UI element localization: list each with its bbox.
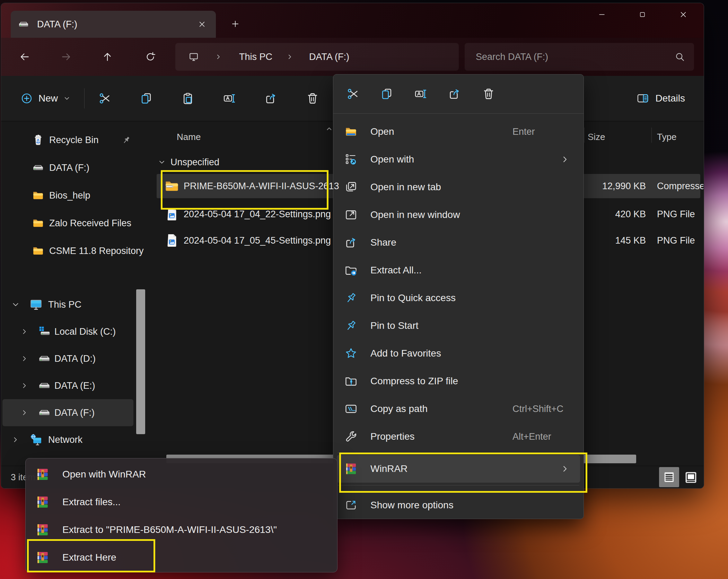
sidebar-scrollbar[interactable] (136, 289, 145, 434)
details-button-label: Details (655, 93, 685, 104)
group-label: Unspecified (170, 157, 219, 168)
rename-button[interactable] (409, 81, 432, 107)
drive-icon (38, 406, 51, 419)
file-name: 2024-05-04 17_05_45-Settings.png (184, 228, 331, 253)
new-tab-button[interactable] (226, 14, 245, 34)
sidebar-tree-local-disk-c-[interactable]: Local Disk (C:) (1, 318, 152, 345)
winrar-submenu-item-open-with-winrar[interactable]: Open with WinRAR (26, 460, 337, 488)
menu-item-open-in-new-tab[interactable]: Open in new tab (337, 173, 580, 201)
explorer-tab[interactable]: DATA (F:) (11, 11, 216, 38)
rename-icon (223, 92, 236, 105)
menu-item-compress-to-zip-file[interactable]: Compress to ZIP file (337, 367, 580, 395)
paste-button[interactable] (177, 87, 199, 109)
menu-item-open-with[interactable]: Open with (337, 146, 580, 173)
sidebar-tree-data-d-[interactable]: DATA (D:) (1, 345, 152, 372)
menu-item-pin-to-start[interactable]: Pin to Start (337, 312, 580, 340)
chevron-right-icon[interactable] (20, 328, 28, 335)
close-button[interactable] (672, 3, 695, 26)
column-header-type[interactable]: Type (657, 132, 676, 142)
folder-open-icon (344, 125, 358, 138)
sidebar: Recycle Bin DATA (F:) Bios_help Zalo Rec… (1, 121, 152, 466)
column-divider[interactable] (584, 128, 585, 143)
search-input[interactable]: Search DATA (F:) (465, 43, 694, 71)
delete-button[interactable] (477, 81, 500, 107)
column-header-name[interactable]: Name (177, 132, 201, 142)
rename-button[interactable] (218, 87, 240, 109)
group-header-unspecified[interactable]: Unspecified (152, 155, 219, 170)
column-divider[interactable] (651, 128, 652, 143)
sidebar-tree-data-f-[interactable]: DATA (F:) (1, 399, 152, 426)
sidebar-item-label: Local Disk (C:) (54, 326, 116, 337)
menu-item-label: Compress to ZIP file (370, 376, 458, 387)
sidebar-tree-data-e-[interactable]: DATA (E:) (1, 372, 152, 399)
winrar-submenu-item-extract-files-[interactable]: Extract files... (26, 488, 337, 516)
chevron-down-icon[interactable] (11, 300, 20, 309)
sidebar-tree-network[interactable]: Network (1, 426, 152, 453)
breadcrumb-drive[interactable]: DATA (F:) (309, 52, 349, 62)
chevron-right-icon[interactable] (20, 409, 28, 416)
breadcrumb-this-pc[interactable]: This PC (239, 52, 272, 62)
chevron-right-icon (215, 53, 222, 60)
copy-icon (380, 87, 393, 100)
details-view-button[interactable] (659, 467, 679, 487)
cut-button[interactable] (94, 87, 116, 109)
toolbar-separator (84, 88, 85, 108)
winrar-icon (35, 467, 50, 482)
up-button[interactable] (97, 46, 118, 67)
wrench-icon (343, 430, 359, 443)
this-pc-icon (29, 298, 43, 311)
sidebar-item-bios-help[interactable]: Bios_help (1, 182, 152, 209)
menu-item-copy-as-path[interactable]: Copy as pathCtrl+Shift+C (337, 395, 580, 423)
sidebar-tree-this-pc[interactable]: This PC (1, 291, 152, 318)
copy-button[interactable] (135, 87, 157, 109)
menu-item-pin-to-quick-access[interactable]: Pin to Quick access (337, 284, 580, 312)
minimize-button[interactable] (590, 3, 613, 26)
menu-item-properties[interactable]: PropertiesAlt+Enter (337, 423, 580, 450)
share-icon (448, 87, 461, 100)
share-button[interactable] (260, 87, 282, 109)
details-button[interactable]: Details (632, 88, 690, 109)
back-button[interactable] (14, 46, 35, 67)
menu-item-open-in-new-window[interactable]: Open in new window (337, 201, 580, 229)
copy-button[interactable] (375, 81, 398, 107)
menu-item-label: Show more options (370, 500, 454, 511)
new-button[interactable]: New (14, 87, 77, 109)
breadcrumb[interactable]: This PC DATA (F:) (175, 43, 459, 71)
forward-button[interactable] (56, 46, 77, 67)
large-thumbnails-view-button[interactable] (682, 468, 700, 487)
open-with-icon (343, 153, 359, 166)
menu-item-open[interactable]: OpenEnter (337, 118, 580, 146)
chevron-right-icon (20, 382, 28, 389)
menu-item-extract-all-[interactable]: Extract All... (337, 256, 580, 284)
sidebar-item-recycle-bin[interactable]: Recycle Bin (1, 126, 152, 154)
annotation-box-extract-here (27, 539, 155, 572)
sidebar-item-label: CSME 11.8 Repository (49, 246, 149, 256)
chevron-up-icon (325, 125, 333, 133)
menu-item-share[interactable]: Share (337, 229, 580, 256)
sidebar-item-label: DATA (F:) (49, 163, 149, 173)
column-header-size[interactable]: Size (588, 132, 605, 142)
sidebar-item-data-f-[interactable]: DATA (F:) (1, 154, 152, 182)
refresh-button[interactable] (140, 46, 161, 67)
new-button-label: New (38, 93, 58, 104)
file-size: 145 KB (584, 228, 646, 253)
winrar-icon (35, 523, 50, 537)
file-type: PNG File (657, 202, 703, 226)
chevron-right-icon[interactable] (11, 436, 19, 444)
sidebar-item-csme-11-8-repository[interactable]: CSME 11.8 Repository (1, 237, 152, 265)
chevron-right-icon[interactable] (20, 382, 28, 389)
menu-item-label: Open in new tab (370, 182, 441, 193)
cut-button[interactable] (341, 81, 364, 107)
tab-close-button[interactable] (195, 17, 209, 31)
sidebar-item-zalo-received-files[interactable]: Zalo Received Files (1, 209, 152, 237)
menu-item-add-to-favorites[interactable]: Add to Favorites (337, 340, 580, 367)
chevron-right-icon (560, 155, 569, 164)
chevron-right-icon[interactable] (20, 355, 28, 362)
drive-icon (38, 406, 51, 419)
maximize-button[interactable] (631, 3, 654, 26)
share-button[interactable] (443, 81, 466, 107)
new-window-icon (343, 208, 359, 221)
menu-item-show-more-options[interactable]: Show more options (337, 492, 580, 519)
delete-button[interactable] (301, 87, 324, 109)
delete-icon (482, 87, 495, 100)
